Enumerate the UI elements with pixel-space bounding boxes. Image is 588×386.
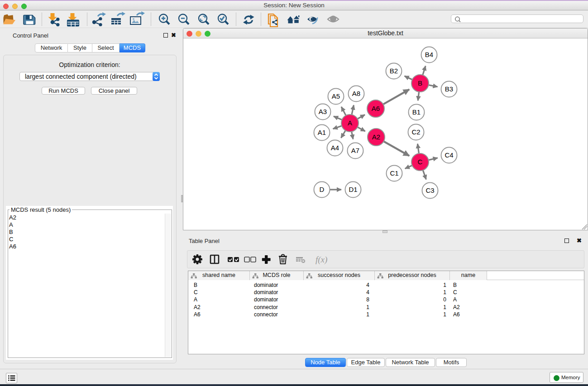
svg-text:f(x): f(x) (316, 255, 327, 265)
svg-text:A2: A2 (372, 133, 380, 141)
svg-text:C1: C1 (390, 169, 398, 177)
svg-text:A6: A6 (372, 105, 380, 112)
svg-text:C4: C4 (445, 151, 453, 159)
svg-text:B3: B3 (445, 85, 453, 93)
svg-text:B4: B4 (425, 51, 433, 58)
svg-text:A3: A3 (319, 108, 327, 115)
svg-text:A1: A1 (318, 129, 326, 136)
svg-text:B2: B2 (390, 67, 398, 75)
svg-text:B1: B1 (412, 108, 421, 116)
svg-text:A4: A4 (331, 144, 339, 152)
svg-text:A5: A5 (332, 92, 340, 100)
svg-text:A8: A8 (352, 90, 360, 97)
svg-text:A7: A7 (351, 147, 359, 154)
svg-text:C2: C2 (411, 128, 420, 136)
svg-text:B: B (418, 79, 422, 87)
svg-text:D: D (320, 186, 325, 193)
svg-text:A: A (348, 119, 352, 127)
svg-text:D1: D1 (349, 186, 357, 193)
svg-text:C: C (418, 158, 423, 166)
svg-text:C3: C3 (425, 186, 434, 194)
